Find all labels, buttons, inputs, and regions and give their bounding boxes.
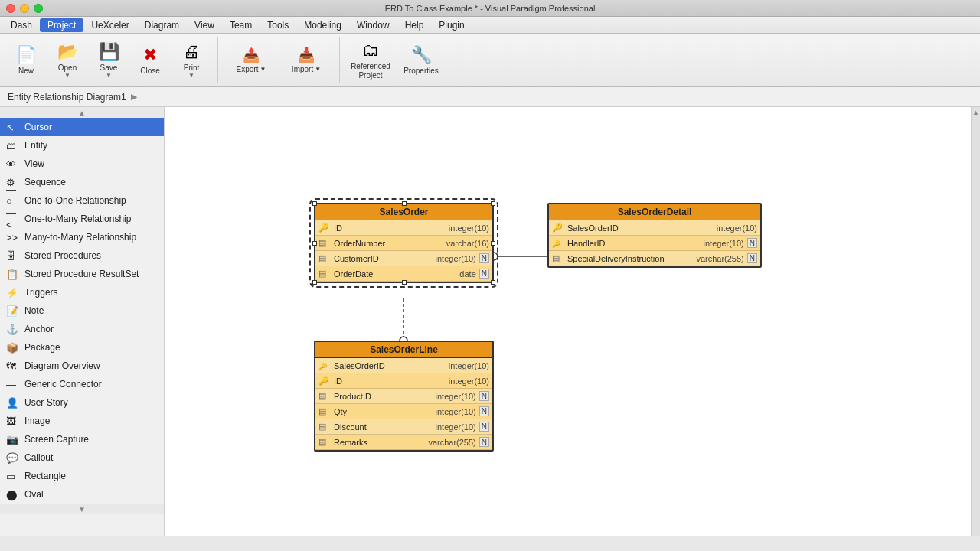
erd-row[interactable]: ▤OrderDatedateN — [315, 266, 492, 282]
import-label: Import▼ — [292, 65, 321, 73]
scroll-up-arrow[interactable]: ▲ — [972, 109, 979, 116]
sidebar-item-one-to-one[interactable]: —○—One-to-One Relationship — [0, 191, 164, 210]
sidebar-item-rectangle[interactable]: ▭Rectangle — [0, 467, 164, 485]
sidebar-item-view[interactable]: 👁View — [0, 155, 164, 173]
menu-item-modeling[interactable]: Modeling — [296, 18, 349, 32]
menu-item-plugin[interactable]: Plugin — [431, 18, 472, 32]
row-name-0: ID — [334, 223, 444, 233]
sidebar-label-rectangle: Rectangle — [24, 471, 158, 481]
menu-item-project[interactable]: Project — [40, 18, 83, 32]
sidebar-item-stored-procedure-resultset[interactable]: 📋Stored Procedure ResultSet — [0, 265, 164, 283]
sidebar-item-user-story[interactable]: 👤User Story — [0, 393, 164, 412]
resize-handle-5[interactable] — [312, 280, 317, 285]
package-icon: 📦 — [6, 342, 20, 354]
resize-handle-0[interactable] — [312, 201, 317, 206]
maximize-window-button[interactable] — [34, 4, 43, 13]
erd-row[interactable]: 🔑SalesOrderIDinteger(10) — [315, 358, 492, 373]
sidebar-label-stored-procedure-resultset: Stored Procedure ResultSet — [24, 269, 158, 279]
sidebar-label-view: View — [24, 158, 158, 169]
row-type-1: integer(10) — [449, 377, 489, 386]
col-icon: ▤ — [318, 269, 331, 279]
sidebar-label-sequence: Sequence — [24, 177, 158, 187]
menu-item-tools[interactable]: Tools — [260, 18, 296, 32]
save-button[interactable]: 💾 Save ▼ — [89, 39, 129, 82]
menu-item-team[interactable]: Team — [222, 18, 260, 32]
erd-header-sales-order-detail: SalesOrderDetail — [549, 204, 760, 220]
erd-header-sales-order-line: SalesOrderLine — [315, 342, 492, 358]
row-name-2: ProductID — [334, 392, 431, 401]
menu-item-dash[interactable]: Dash — [3, 18, 40, 32]
erd-row[interactable]: ▤Discountinteger(10)N — [315, 419, 492, 435]
resize-handle-2[interactable] — [491, 201, 495, 206]
close-window-button[interactable] — [6, 4, 15, 13]
row-type-3: date — [459, 269, 475, 279]
sidebar-item-triggers[interactable]: ⚡Triggers — [0, 283, 164, 302]
erd-row[interactable]: ▤Qtyinteger(10)N — [315, 404, 492, 419]
resize-handle-1[interactable] — [402, 201, 407, 206]
sidebar-item-one-to-many[interactable]: —<One-to-Many Relationship — [0, 210, 164, 228]
resize-handle-6[interactable] — [402, 280, 407, 285]
resize-handle-3[interactable] — [312, 241, 317, 246]
sidebar-scroll-down[interactable]: ▼ — [0, 504, 164, 514]
minimize-window-button[interactable] — [20, 4, 29, 13]
erd-row[interactable]: 🔑SalesOrderIDinteger(10) — [549, 220, 760, 236]
traffic-lights — [6, 4, 43, 13]
sidebar-item-stored-procedures[interactable]: 🗄Stored Procedures — [0, 246, 164, 265]
referenced-project-icon: 🗂 — [362, 41, 379, 60]
erd-row[interactable]: ▤SpecialDeliveryInstructionvarchar(255)N — [549, 251, 760, 266]
menu-item-help[interactable]: Help — [397, 18, 432, 32]
erd-entity-sales-order-line[interactable]: SalesOrderLine🔑SalesOrderIDinteger(10)🔑I… — [314, 341, 494, 452]
sidebar-scroll-up[interactable]: ▲ — [0, 107, 164, 118]
resize-handle-4[interactable] — [491, 241, 495, 246]
right-scrollbar[interactable]: ▲ — [971, 107, 980, 551]
menu-item-view[interactable]: View — [187, 18, 222, 32]
sidebar-item-callout[interactable]: 💬Callout — [0, 448, 164, 467]
row-type-1: integer(10) — [704, 239, 744, 248]
sidebar-item-package[interactable]: 📦Package — [0, 338, 164, 357]
erd-row[interactable]: ▤CustomerIDinteger(10)N — [315, 251, 492, 266]
erd-row[interactable]: ▤Remarksvarchar(255)N — [315, 435, 492, 450]
sidebar-label-one-to-many: One-to-Many Relationship — [24, 214, 158, 224]
properties-button[interactable]: 🔧 Properties — [397, 39, 446, 82]
row-type-5: varchar(255) — [428, 438, 475, 447]
menu-item-window[interactable]: Window — [349, 18, 397, 32]
sidebar-item-note[interactable]: 📝Note — [0, 302, 164, 320]
row-name-1: ID — [334, 377, 444, 386]
sidebar-item-many-to-many[interactable]: >>Many-to-Many Relationship — [0, 228, 164, 246]
sidebar-item-generic-connector[interactable]: —Generic Connector — [0, 375, 164, 393]
erd-row[interactable]: ▤OrderNumbervarchar(16) — [315, 236, 492, 251]
entity-icon: 🗃 — [6, 140, 20, 152]
col-icon: ▤ — [318, 391, 331, 401]
sidebar-item-oval[interactable]: ⬤Oval — [0, 485, 164, 504]
stored-procedure-resultset-icon: 📋 — [6, 269, 20, 280]
sidebar-item-image[interactable]: 🖼Image — [0, 412, 164, 430]
sidebar-item-sequence[interactable]: ⚙Sequence — [0, 173, 164, 191]
erd-row[interactable]: 🔑HandlerIDinteger(10)N — [549, 236, 760, 251]
erd-row[interactable]: ▤ProductIDinteger(10)N — [315, 389, 492, 404]
row-name-4: Discount — [334, 422, 431, 432]
canvas[interactable]: SalesOrder🔑IDinteger(10)▤OrderNumbervarc… — [165, 107, 971, 551]
col-icon: ▤ — [318, 253, 331, 263]
export-button[interactable]: 📤 Export▼ — [224, 39, 278, 82]
import-button[interactable]: 📥 Import▼ — [279, 39, 333, 82]
sidebar: ▲ ↖Cursor🗃Entity👁View⚙Sequence—○—One-to-… — [0, 107, 165, 551]
sidebar-item-anchor[interactable]: ⚓Anchor — [0, 320, 164, 338]
open-button[interactable]: 📂 Open ▼ — [47, 39, 87, 82]
resize-handle-7[interactable] — [491, 280, 495, 285]
close-button[interactable]: ✖ Close — [130, 39, 170, 82]
referenced-project-button[interactable]: 🗂 ReferencedProject — [346, 39, 395, 82]
col-icon: ▤ — [552, 253, 564, 263]
erd-row[interactable]: 🔑IDinteger(10) — [315, 373, 492, 389]
sidebar-item-screen-capture[interactable]: 📷Screen Capture — [0, 430, 164, 448]
new-button[interactable]: 📄 New — [6, 39, 46, 82]
menu-item-diagram[interactable]: Diagram — [137, 18, 187, 32]
sidebar-item-cursor[interactable]: ↖Cursor — [0, 118, 164, 136]
erd-entity-sales-order[interactable]: SalesOrder🔑IDinteger(10)▤OrderNumbervarc… — [314, 203, 494, 283]
sidebar-item-entity[interactable]: 🗃Entity — [0, 136, 164, 155]
menu-item-uexceler[interactable]: UeXceler — [83, 18, 136, 32]
erd-entity-sales-order-detail[interactable]: SalesOrderDetail🔑SalesOrderIDinteger(10)… — [547, 203, 762, 268]
print-button[interactable]: 🖨 Print ▼ — [172, 39, 211, 82]
image-icon: 🖼 — [6, 416, 20, 427]
erd-row[interactable]: 🔑IDinteger(10) — [315, 220, 492, 236]
sidebar-item-diagram-overview[interactable]: 🗺Diagram Overview — [0, 357, 164, 375]
